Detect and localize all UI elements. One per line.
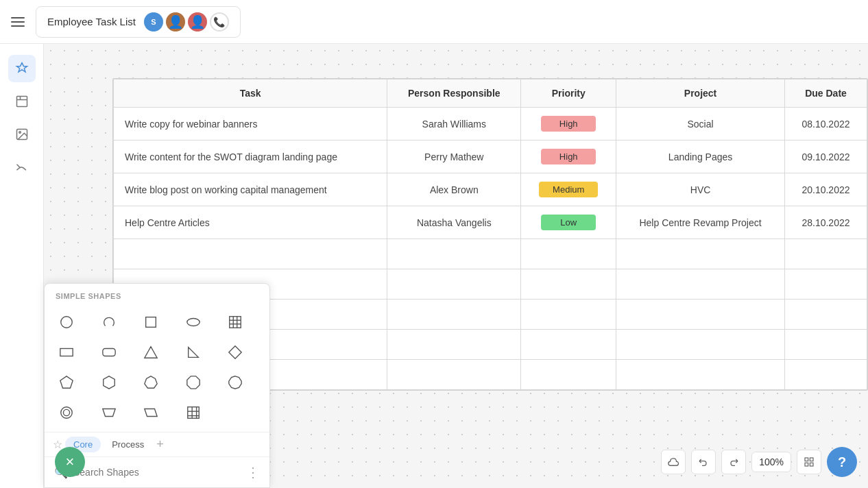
frame-tool-button[interactable] [8, 88, 36, 115]
process-tab[interactable]: Process [104, 437, 152, 452]
ellipse-shape[interactable] [180, 308, 207, 336]
project-cell: Landing Pages [616, 141, 785, 173]
svg-rect-34 [805, 463, 808, 466]
trapezoid-shape[interactable] [95, 399, 123, 426]
hexagon-shape[interactable] [95, 369, 123, 396]
zoom-level[interactable]: 100% [751, 452, 791, 472]
person-cell: Perry Mathew [387, 141, 521, 173]
add-tab-button[interactable]: + [156, 437, 164, 452]
title-box[interactable]: Employee Task List S 👤 👤 📞 [36, 6, 241, 38]
priority-badge: Medium [539, 182, 598, 197]
priority-cell: High [521, 108, 616, 141]
svg-point-5 [61, 317, 73, 328]
more-options-icon[interactable]: ⋮ [246, 464, 260, 480]
table-row: Write blog post on working capital manag… [114, 173, 867, 206]
col-task: Task [114, 80, 387, 108]
ring-shape[interactable] [53, 399, 80, 426]
heptagon-shape[interactable] [137, 369, 165, 396]
col-project: Project [616, 80, 785, 108]
avatar-1[interactable]: S [144, 12, 163, 32]
task-cell: Write blog post on working capital manag… [114, 173, 387, 206]
col-priority: Priority [521, 80, 616, 108]
table-shape[interactable] [221, 308, 249, 336]
topbar: Employee Task List S 👤 👤 📞 [0, 0, 868, 44]
due-cell: 20.10.2022 [784, 173, 867, 206]
draw-tool-button[interactable] [8, 154, 36, 181]
svg-rect-6 [146, 317, 156, 328]
svg-marker-21 [187, 376, 200, 389]
svg-point-4 [19, 132, 20, 134]
svg-marker-26 [145, 409, 157, 417]
person-cell: Sarah Williams [387, 108, 521, 141]
grid-shape[interactable] [180, 399, 207, 426]
right-triangle-shape[interactable] [180, 339, 207, 366]
task-cell: Write content for the SWOT diagram landi… [114, 141, 387, 173]
svg-rect-14 [102, 349, 114, 356]
parallelogram-shape[interactable] [137, 399, 165, 426]
svg-marker-22 [229, 376, 241, 389]
person-cell: Alex Brown [387, 173, 521, 206]
task-cell: Write copy for webinar banners [114, 108, 387, 141]
svg-point-24 [63, 409, 69, 415]
svg-rect-32 [805, 458, 808, 461]
bottom-bar: 100% ? [661, 447, 857, 477]
pentagon-shape[interactable] [53, 369, 80, 396]
octagon-shape[interactable] [180, 369, 207, 396]
grid-view-button[interactable] [797, 450, 821, 474]
svg-rect-27 [188, 407, 200, 419]
priority-badge: Low [541, 215, 596, 230]
avatar-3[interactable]: 👤 [188, 12, 207, 32]
diamond-shape[interactable] [221, 339, 249, 366]
avatar-2[interactable]: 👤 [166, 12, 185, 32]
svg-marker-15 [145, 347, 157, 358]
redo-button[interactable] [721, 450, 746, 474]
svg-point-7 [187, 319, 200, 326]
image-tool-button[interactable] [8, 121, 36, 148]
left-sidebar [0, 44, 44, 488]
shapes-tool-button[interactable] [8, 55, 36, 82]
table-row: Help Centre Articles Natasha Vangelis Lo… [114, 206, 867, 239]
svg-rect-33 [810, 458, 813, 461]
rect-shape[interactable] [53, 339, 80, 366]
svg-marker-18 [60, 376, 73, 388]
priority-badge: High [541, 116, 596, 132]
priority-badge: High [541, 149, 596, 164]
help-button[interactable]: ? [827, 447, 857, 477]
task-cell: Help Centre Articles [114, 206, 387, 239]
due-cell: 09.10.2022 [784, 141, 867, 173]
arc-shape[interactable] [95, 308, 123, 336]
table-row: Write content for the SWOT diagram landi… [114, 141, 867, 173]
shapes-grid [45, 303, 269, 432]
priority-cell: High [521, 141, 616, 173]
call-button[interactable]: 📞 [210, 12, 229, 32]
document-title: Employee Task List [47, 16, 136, 27]
due-cell: 08.10.2022 [784, 108, 867, 141]
shapes-section-label: Simple Shapes [45, 284, 269, 303]
search-shapes-input[interactable] [73, 467, 241, 478]
due-cell: 28.10.2022 [784, 206, 867, 239]
rounded-rect-shape[interactable] [95, 339, 123, 366]
svg-rect-8 [230, 317, 241, 328]
svg-marker-19 [103, 376, 114, 389]
undo-button[interactable] [691, 450, 716, 474]
svg-point-23 [61, 407, 73, 419]
priority-cell: Medium [521, 173, 616, 206]
svg-rect-0 [16, 97, 27, 107]
cloud-save-button[interactable] [661, 450, 686, 474]
circle-shape[interactable] [53, 308, 80, 336]
svg-marker-16 [188, 347, 198, 358]
menu-button[interactable] [11, 17, 25, 27]
table-row: Write copy for webinar banners Sarah Wil… [114, 108, 867, 141]
project-cell: HVC [616, 173, 785, 206]
priority-cell: Low [521, 206, 616, 239]
square-shape[interactable] [137, 308, 165, 336]
project-cell: Help Centre Revamp Project [616, 206, 785, 239]
col-due: Due Date [784, 80, 867, 108]
svg-rect-13 [60, 349, 73, 356]
triangle-shape[interactable] [137, 339, 165, 366]
decagon-shape[interactable] [221, 369, 249, 396]
svg-marker-17 [229, 346, 241, 358]
close-fab-button[interactable]: × [55, 447, 85, 477]
svg-rect-35 [810, 463, 813, 466]
svg-marker-20 [145, 376, 157, 388]
